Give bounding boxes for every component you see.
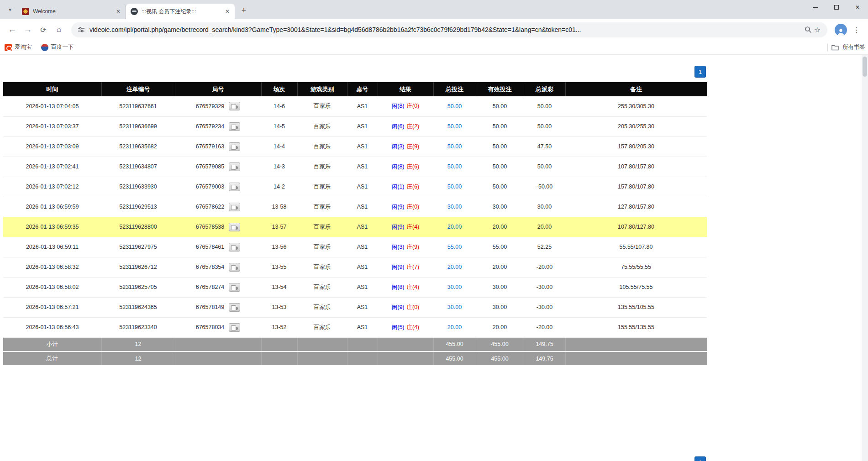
back-button[interactable]: ← (5, 22, 20, 37)
table-row: 2026-01-13 06:56:43 523119623340 6765780… (3, 317, 707, 337)
grand-total-label: 总计 (3, 351, 101, 366)
table-row: 2026-01-13 07:04:05 523119637661 6765793… (3, 96, 707, 116)
cell-result: 闲(8)庄(4) (378, 277, 433, 297)
minimize-button[interactable] (805, 0, 826, 15)
game-result-preview-icon[interactable] (229, 122, 240, 131)
pagination-page-1-top[interactable]: 1 (694, 66, 706, 78)
forward-button[interactable]: → (20, 22, 36, 37)
pagination-page-1-bottom[interactable]: 1 (694, 456, 706, 461)
cell-bet-number: 523119623340 (101, 317, 175, 337)
reload-icon: ⟳ (40, 26, 46, 34)
game-result-preview-icon[interactable] (229, 162, 240, 171)
tab-close-icon[interactable]: ✕ (224, 8, 231, 15)
subtotal-payout: 149.75 (524, 337, 565, 351)
site-info-icon[interactable] (77, 25, 86, 34)
address-bar[interactable]: videoie.com/ipl/portal.php/game/betrecor… (71, 22, 827, 37)
result-banker: 庄(0) (407, 304, 420, 310)
cell-time: 2026-01-13 06:58:02 (3, 277, 101, 297)
cell-valid-bet: 50.00 (476, 96, 524, 116)
cell-payout: -20.00 (524, 317, 565, 337)
round-number-text: 676579329 (196, 103, 225, 110)
cell-remark: 205.30/255.30 (565, 116, 707, 136)
chevron-down-icon: ▾ (9, 6, 11, 13)
game-result-preview-icon[interactable] (229, 183, 240, 191)
cell-time: 2026-01-13 07:03:37 (3, 116, 101, 136)
tab-title: :::视讯 会员下注纪录::: (142, 8, 224, 16)
game-result-preview-icon[interactable] (229, 283, 240, 292)
url-text[interactable]: videoie.com/ipl/portal.php/game/betrecor… (89, 26, 799, 33)
total-bet-link[interactable]: 55.00 (447, 244, 462, 250)
total-bet-link[interactable]: 50.00 (447, 183, 462, 190)
profile-avatar[interactable] (835, 24, 847, 36)
cell-game-type: 百家乐 (297, 157, 347, 177)
bookmark-baidu[interactable]: 百度一下 (41, 43, 74, 51)
tab-betrecord[interactable]: :::视讯 会员下注纪录::: ✕ (126, 4, 235, 19)
close-button[interactable]: ✕ (847, 0, 868, 15)
folder-icon (831, 44, 839, 51)
table-row: 2026-01-13 07:03:09 523119635682 6765791… (3, 136, 707, 157)
maximize-button[interactable] (826, 0, 847, 15)
cell-table-number: AS1 (347, 116, 378, 136)
cell-total-bet: 50.00 (433, 116, 476, 136)
cell-bet-number: 523119637661 (101, 96, 175, 116)
new-tab-button[interactable]: + (237, 4, 250, 17)
round-number-text: 676578274 (196, 284, 225, 290)
tab-welcome[interactable]: Welcome ✕ (17, 4, 126, 19)
round-number-text: 676579163 (196, 143, 225, 150)
cell-bet-number: 523119627975 (101, 237, 175, 257)
header-result: 结果 (378, 82, 433, 96)
reload-button[interactable]: ⟳ (36, 22, 51, 37)
game-result-preview-icon[interactable] (229, 323, 240, 332)
cell-payout: 20.00 (524, 217, 565, 237)
cell-time: 2026-01-13 07:03:09 (3, 136, 101, 157)
page-scrollbar[interactable] (862, 55, 868, 461)
bookmark-star-icon[interactable]: ☆ (813, 25, 822, 34)
bookmarks-bar: 爱淘宝 百度一下 所有书签 (0, 40, 868, 55)
total-bet-link[interactable]: 30.00 (447, 204, 462, 210)
tab-search-button[interactable]: ▾ (4, 3, 16, 16)
header-total-payout: 总派彩 (524, 82, 565, 96)
grand-total-total-bet: 455.00 (433, 351, 476, 366)
total-bet-link[interactable]: 50.00 (447, 103, 462, 110)
game-result-preview-icon[interactable] (229, 223, 240, 231)
total-bet-link[interactable]: 50.00 (447, 123, 462, 130)
cell-table-number: AS1 (347, 277, 378, 297)
cell-payout: -50.00 (524, 177, 565, 197)
cell-table-number: AS1 (347, 157, 378, 177)
cell-game-type: 百家乐 (297, 317, 347, 337)
window-controls: ✕ (805, 0, 868, 15)
total-bet-link[interactable]: 30.00 (447, 284, 462, 290)
bookmark-aitaobao[interactable]: 爱淘宝 (5, 43, 32, 51)
cell-session: 14-6 (261, 96, 297, 116)
browser-menu-button[interactable]: ⋮ (850, 23, 863, 37)
scrollbar-thumb[interactable] (863, 57, 867, 77)
game-result-preview-icon[interactable] (229, 243, 240, 251)
table-footer: 小计 12 455.00 455.00 149.75 总计 12 455.00 … (3, 337, 707, 366)
subtotal-total-bet: 455.00 (433, 337, 476, 351)
three-dots-icon: ⋮ (853, 26, 860, 34)
all-bookmarks[interactable]: 所有书签 (827, 40, 865, 54)
cell-payout: 50.00 (524, 157, 565, 177)
result-player: 闲(8) (392, 163, 405, 170)
cell-bet-number: 523119635682 (101, 136, 175, 157)
total-bet-link[interactable]: 20.00 (447, 224, 462, 230)
zoom-icon[interactable] (804, 25, 813, 34)
total-bet-link[interactable]: 50.00 (447, 143, 462, 150)
cell-table-number: AS1 (347, 217, 378, 237)
bookmark-label: 百度一下 (51, 43, 74, 51)
total-bet-link[interactable]: 50.00 (447, 163, 462, 170)
game-result-preview-icon[interactable] (229, 142, 240, 151)
cell-valid-bet: 50.00 (476, 177, 524, 197)
tab-close-icon[interactable]: ✕ (115, 8, 122, 15)
home-button[interactable]: ⌂ (51, 22, 67, 37)
game-result-preview-icon[interactable] (229, 303, 240, 312)
game-result-preview-icon[interactable] (229, 203, 240, 211)
game-result-preview-icon[interactable] (229, 102, 240, 110)
total-bet-link[interactable]: 20.00 (447, 264, 462, 270)
game-result-preview-icon[interactable] (229, 263, 240, 272)
cell-time: 2026-01-13 06:57:21 (3, 297, 101, 317)
result-banker: 庄(2) (407, 123, 420, 130)
result-player: 闲(9) (392, 264, 405, 270)
total-bet-link[interactable]: 20.00 (447, 324, 462, 330)
total-bet-link[interactable]: 30.00 (447, 304, 462, 310)
